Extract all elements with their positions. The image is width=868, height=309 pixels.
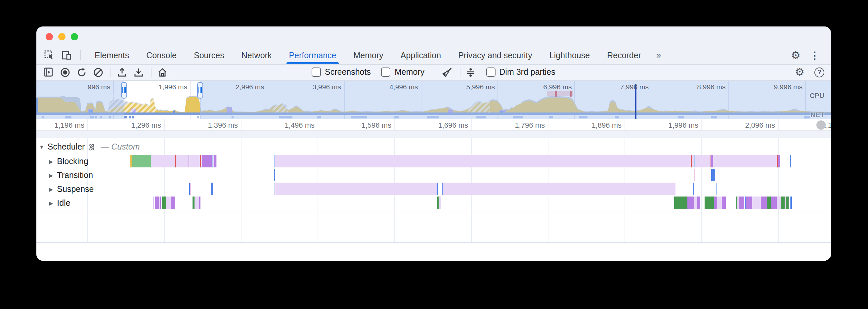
flame-event-transition[interactable] (711, 169, 715, 181)
flame-event-suspense[interactable] (693, 183, 694, 195)
flame-event-blocking[interactable] (790, 155, 791, 167)
flame-event-suspense[interactable] (211, 183, 213, 195)
flame-event-idle[interactable] (674, 196, 687, 209)
flame-event-idle[interactable] (739, 196, 744, 209)
tab-console[interactable]: Console (137, 47, 185, 64)
tab-recorder[interactable]: Recorder (598, 47, 650, 64)
live-metrics-home-icon[interactable] (157, 67, 167, 78)
tab-performance[interactable]: Performance (280, 47, 345, 64)
flame-event-transition[interactable] (694, 169, 695, 181)
flame-event-blocking[interactable] (778, 155, 780, 167)
kebab-menu-icon[interactable]: ⋮ (805, 50, 824, 60)
flame-event-blocking[interactable] (212, 155, 213, 167)
flame-event-idle[interactable] (697, 196, 700, 209)
flame-event-blocking[interactable] (711, 155, 713, 167)
selection-handle-left[interactable] (121, 82, 127, 99)
minimize-window-button[interactable] (58, 33, 65, 40)
flame-event-blocking[interactable] (202, 155, 211, 167)
panel-resize-handle[interactable]: ··· (36, 130, 831, 138)
flame-event-blocking[interactable] (132, 155, 151, 167)
track-row-label-transition[interactable]: ▶Transition (49, 171, 93, 180)
expand-triangle-icon[interactable]: ▶ (49, 173, 53, 178)
flame-event-idle[interactable] (438, 196, 441, 209)
tab-application[interactable]: Application (392, 47, 450, 64)
window-title-bar[interactable] (36, 26, 831, 47)
expand-triangle-icon[interactable]: ▶ (49, 158, 53, 164)
selection-handle-right[interactable] (197, 82, 203, 99)
flame-event-blocking[interactable] (275, 155, 777, 167)
flame-event-suspense[interactable] (275, 183, 437, 195)
flame-event-idle[interactable] (162, 196, 166, 209)
flame-event-idle[interactable] (752, 196, 761, 209)
flame-event-suspense[interactable] (443, 183, 675, 195)
flame-event-idle[interactable] (687, 196, 694, 209)
expand-triangle-icon[interactable]: ▶ (49, 200, 53, 206)
track-row-label-suspense[interactable]: ▶Suspense (49, 185, 94, 194)
flame-event-blocking[interactable] (213, 155, 216, 167)
memory-toggle[interactable]: Memory (381, 68, 425, 77)
download-profile-icon[interactable] (133, 67, 144, 78)
flame-chart-tracks[interactable]: ▼ Scheduler — Custom ▶Blocking▶Transitio… (36, 138, 831, 242)
device-toolbar-icon[interactable] (62, 50, 71, 60)
flame-event-suspense[interactable] (437, 183, 438, 195)
flame-event-idle[interactable] (786, 196, 788, 209)
flame-event-idle[interactable] (771, 196, 777, 209)
upload-profile-icon[interactable] (117, 67, 127, 78)
screenshots-toggle[interactable]: Screenshots (312, 68, 371, 77)
flame-event-idle[interactable] (746, 196, 752, 209)
inspect-element-icon[interactable] (44, 50, 54, 60)
tab-elements[interactable]: Elements (86, 47, 137, 64)
flame-event-idle[interactable] (705, 196, 714, 209)
close-window-button[interactable] (45, 33, 53, 40)
flame-event-idle[interactable] (194, 196, 199, 209)
track-row-label-blocking[interactable]: ▶Blocking (49, 157, 88, 166)
clear-icon[interactable] (93, 67, 103, 78)
dim-3rd-parties-checkbox[interactable] (486, 68, 495, 77)
flame-event-idle[interactable] (790, 196, 790, 209)
memory-checkbox[interactable] (381, 68, 391, 77)
flame-event-transition[interactable] (274, 169, 275, 181)
record-and-reload-icon[interactable] (76, 67, 87, 78)
dim-3rd-parties-toggle[interactable]: Dim 3rd parties (486, 68, 555, 77)
flame-event-idle[interactable] (717, 196, 722, 209)
screenshots-checkbox[interactable] (312, 68, 321, 77)
flame-event-idle[interactable] (154, 196, 159, 209)
flame-event-idle[interactable] (767, 196, 771, 209)
settings-gear-icon[interactable]: ⚙ (786, 50, 805, 61)
flame-event-idle[interactable] (199, 196, 200, 209)
toggle-sidebar-icon[interactable] (43, 67, 54, 78)
tab-sources[interactable]: Sources (185, 47, 233, 64)
capture-settings-gear-icon[interactable]: ⚙ (790, 67, 809, 78)
record-icon[interactable] (60, 67, 70, 78)
scrollbar-thumb[interactable] (816, 120, 826, 129)
flame-event-blocking[interactable] (188, 155, 189, 167)
flame-event-idle[interactable] (166, 196, 170, 209)
flame-event-idle[interactable] (761, 196, 767, 209)
flame-event-idle[interactable] (791, 196, 792, 209)
garbage-collect-icon[interactable] (442, 67, 452, 78)
flame-event-idle[interactable] (160, 196, 160, 209)
help-icon[interactable]: ? (814, 67, 824, 78)
flame-event-blocking[interactable] (694, 155, 695, 167)
flame-event-blocking[interactable] (690, 155, 692, 167)
flame-event-idle[interactable] (153, 196, 154, 209)
flame-event-suspense[interactable] (715, 183, 716, 195)
tab-privacy-and-security[interactable]: Privacy and security (450, 47, 541, 64)
track-group-header-scheduler[interactable]: ▼ Scheduler — Custom (39, 142, 140, 152)
flame-event-blocking[interactable] (175, 155, 176, 167)
collapse-sections-icon[interactable] (465, 67, 476, 78)
zoom-window-button[interactable] (71, 33, 78, 40)
tab-lighthouse[interactable]: Lighthouse (541, 47, 598, 64)
expand-triangle-icon[interactable]: ▶ (49, 186, 53, 192)
flame-event-idle[interactable] (170, 196, 174, 209)
tab-memory[interactable]: Memory (345, 47, 392, 64)
tab-network[interactable]: Network (233, 47, 280, 64)
flame-event-blocking[interactable] (200, 155, 201, 167)
flame-event-idle[interactable] (722, 196, 725, 209)
flame-event-idle[interactable] (694, 196, 697, 209)
flame-event-idle[interactable] (714, 196, 717, 209)
collapse-triangle-icon[interactable]: ▼ (39, 144, 44, 150)
flame-event-suspense[interactable] (190, 183, 191, 195)
flame-event-idle[interactable] (781, 196, 785, 209)
more-tabs-button[interactable]: » (650, 50, 667, 60)
